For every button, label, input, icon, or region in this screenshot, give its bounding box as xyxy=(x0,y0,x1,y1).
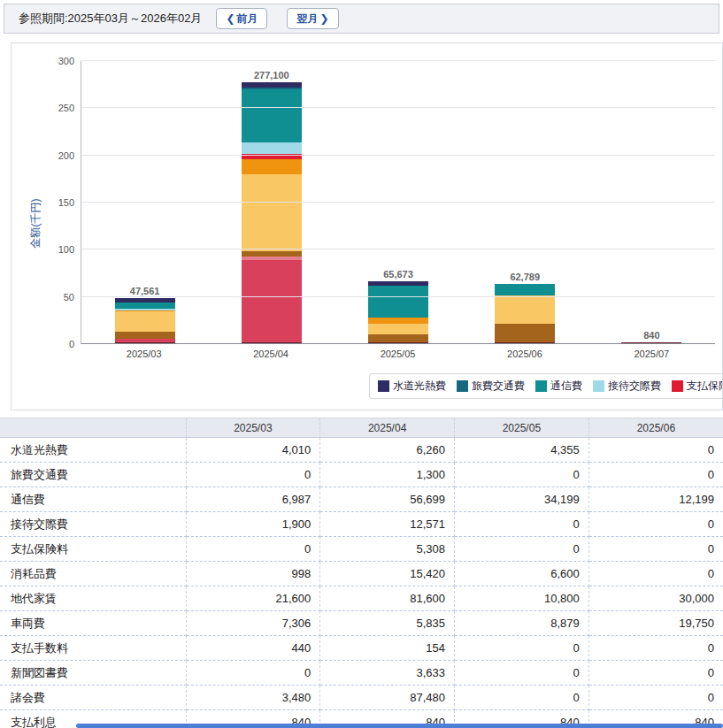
amount-cell: 0 xyxy=(588,463,723,487)
amount-cell: 34,199 xyxy=(455,487,589,512)
amount-cell: 12,199 xyxy=(588,487,723,512)
bar-slot: 65,673 xyxy=(335,42,461,343)
table-row: 消耗品費99815,4206,6000 xyxy=(0,562,723,586)
account-label: 接待交際費 xyxy=(0,512,186,537)
bar-segment xyxy=(621,342,681,343)
gridline xyxy=(81,155,715,156)
account-label: 諸会費 xyxy=(0,686,186,710)
table-header-row: 2025/032025/042025/052025/06 xyxy=(0,418,723,438)
stacked-bar xyxy=(368,281,428,343)
amount-cell: 15,420 xyxy=(320,562,455,586)
bar-segment xyxy=(495,324,555,342)
bar-segment xyxy=(242,89,302,142)
amount-cell: 0 xyxy=(588,562,723,586)
amount-cell: 21,600 xyxy=(186,586,320,611)
amount-cell: 0 xyxy=(588,636,723,661)
bar-total-label: 277,100 xyxy=(254,70,289,80)
bar-segment xyxy=(495,342,555,343)
x-tick-label: 2025/05 xyxy=(335,349,461,359)
legend-label: 水道光熱費 xyxy=(393,379,446,394)
table-row: 水道光熱費4,0106,2604,3550 xyxy=(0,438,723,463)
scrollbar-thumb[interactable] xyxy=(76,724,723,728)
amount-cell: 12,571 xyxy=(320,512,455,537)
legend-item[interactable]: 通信費 xyxy=(535,379,582,394)
amount-cell: 81,600 xyxy=(320,586,455,611)
amount-cell: 0 xyxy=(588,438,723,463)
bar-segment xyxy=(115,342,175,343)
bar-slot: 62,789 xyxy=(462,42,588,343)
legend-swatch xyxy=(535,380,547,392)
account-label: 支払保険料 xyxy=(0,537,186,562)
bar-total-label: 65,673 xyxy=(383,269,413,280)
month-header-cell: 2025/05 xyxy=(455,418,589,438)
bar-total-label: 47,561 xyxy=(130,286,160,296)
chevron-right-icon: ❯ xyxy=(319,12,328,25)
legend-label: 支払保険料 xyxy=(687,379,723,394)
amount-cell: 1,900 xyxy=(186,512,320,537)
amount-cell: 0 xyxy=(455,661,589,686)
legend-item[interactable]: 支払保険料 xyxy=(672,379,723,394)
prev-month-button[interactable]: ❮ 前月 xyxy=(216,8,267,29)
legend-label: 通信費 xyxy=(550,379,582,394)
x-axis-labels: 2025/032025/042025/052025/062025/07 xyxy=(81,344,715,359)
horizontal-scrollbar[interactable] xyxy=(0,724,723,728)
table-row: 新聞図書費03,63300 xyxy=(0,661,723,686)
amount-cell: 6,600 xyxy=(455,562,589,586)
amount-cell: 5,835 xyxy=(320,611,455,636)
month-header-cell: 2025/06 xyxy=(588,418,723,438)
legend-swatch xyxy=(672,380,683,392)
month-header-cell: 2025/04 xyxy=(320,418,455,438)
bar-segment xyxy=(368,324,428,334)
account-label: 水道光熱費 xyxy=(0,438,186,463)
bar-segment xyxy=(242,159,302,173)
amount-cell: 0 xyxy=(455,686,589,710)
amount-cell: 30,000 xyxy=(588,586,723,611)
bar-slot: 840 xyxy=(588,42,715,343)
bar-segment xyxy=(242,260,302,342)
bar-segment xyxy=(368,334,428,342)
amount-cell: 10,800 xyxy=(455,586,589,611)
amount-cell: 56,699 xyxy=(320,487,455,512)
bar-total-label: 840 xyxy=(643,330,659,341)
bar-total-label: 62,789 xyxy=(510,272,540,282)
amount-cell: 7,306 xyxy=(186,611,320,636)
bar-segment xyxy=(115,311,175,332)
amount-cell: 0 xyxy=(588,537,723,562)
legend-swatch xyxy=(378,380,389,392)
legend-item[interactable]: 接待交際費 xyxy=(593,379,661,394)
bar-segment xyxy=(242,82,302,88)
bar-segment xyxy=(368,318,428,324)
bar-segment xyxy=(242,142,302,154)
corner-header-cell xyxy=(0,418,186,438)
account-label: 旅費交通費 xyxy=(0,463,186,487)
bar-segment xyxy=(242,174,302,251)
next-month-button[interactable]: 翌月 ❯ xyxy=(287,8,338,29)
legend-label: 旅費交通費 xyxy=(472,379,525,394)
stacked-bar xyxy=(495,284,555,343)
expense-table: 2025/032025/042025/052025/06 水道光熱費4,0106… xyxy=(0,418,723,728)
amount-cell: 3,633 xyxy=(320,661,455,686)
bar-segment xyxy=(368,342,428,343)
amount-cell: 154 xyxy=(320,636,455,661)
y-tick-label: 150 xyxy=(41,197,74,208)
x-tick-label: 2025/06 xyxy=(461,349,588,359)
bar-segment xyxy=(115,332,175,339)
x-tick-label: 2025/07 xyxy=(588,349,715,359)
legend-item[interactable]: 旅費交通費 xyxy=(457,379,525,394)
table-body: 水道光熱費4,0106,2604,3550旅費交通費01,30000通信費6,9… xyxy=(0,438,723,728)
amount-cell: 0 xyxy=(588,686,723,710)
account-label: 新聞図書費 xyxy=(0,661,186,686)
amount-cell: 0 xyxy=(455,537,589,562)
account-label: 車両費 xyxy=(0,611,186,636)
amount-cell: 6,987 xyxy=(186,487,320,512)
amount-cell: 0 xyxy=(455,512,589,537)
bar-segment xyxy=(368,286,428,318)
amount-cell: 3,480 xyxy=(186,686,320,710)
stacked-bar xyxy=(242,82,302,343)
legend-item[interactable]: 水道光熱費 xyxy=(378,379,446,394)
prev-month-label: 前月 xyxy=(236,11,258,27)
gridline xyxy=(81,202,715,203)
bar-segment xyxy=(115,303,175,309)
amount-cell: 0 xyxy=(186,537,320,562)
next-month-label: 翌月 xyxy=(296,11,318,27)
